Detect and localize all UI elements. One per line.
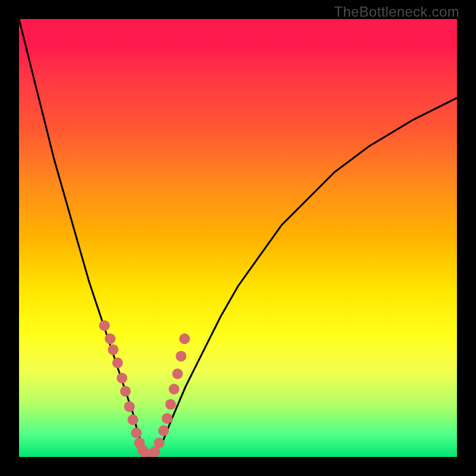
- marker-dot: [158, 425, 169, 436]
- marker-dot: [112, 358, 123, 368]
- marker-dot: [162, 413, 173, 424]
- marker-dot: [124, 401, 135, 412]
- curve-layer: [19, 19, 457, 457]
- attribution-text: TheBottleneck.com: [334, 4, 459, 20]
- marker-dot: [120, 386, 131, 397]
- marker-dot: [165, 399, 176, 410]
- marker-dot: [105, 333, 115, 344]
- marker-dot: [131, 428, 142, 439]
- marker-dot: [117, 373, 127, 384]
- marker-group: [99, 320, 190, 457]
- marker-dot: [172, 368, 183, 379]
- marker-dot: [108, 345, 118, 355]
- outer-frame: TheBottleneck.com: [0, 0, 476, 476]
- marker-dot: [127, 414, 138, 425]
- marker-dot: [154, 437, 165, 448]
- plot-area: [19, 19, 457, 457]
- marker-dot: [99, 320, 110, 331]
- marker-dot: [169, 384, 180, 394]
- marker-dot: [179, 333, 190, 344]
- bottleneck-curve: [19, 19, 457, 455]
- marker-dot: [176, 351, 186, 362]
